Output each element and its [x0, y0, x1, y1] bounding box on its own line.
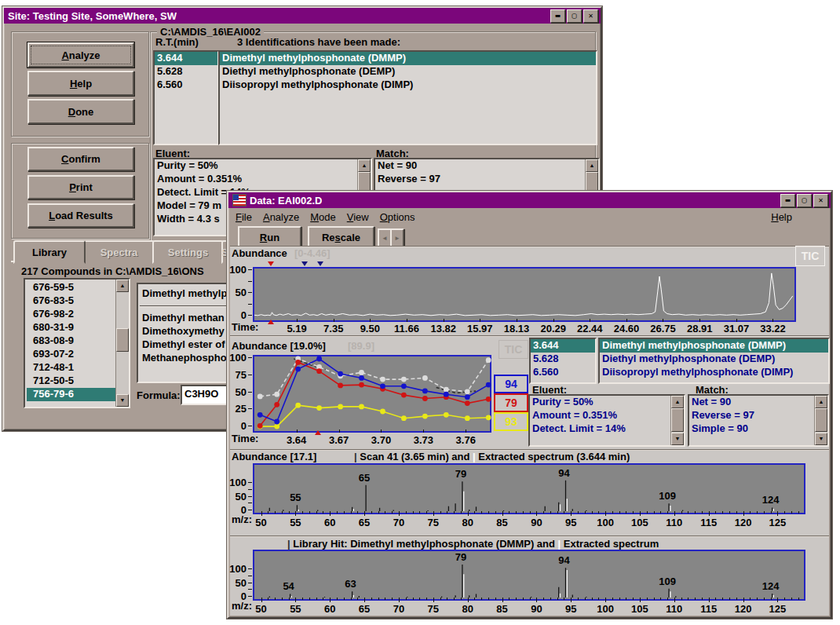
library-spectrum-plot[interactable] — [253, 550, 805, 601]
cas-item[interactable]: 680-31-9 — [27, 321, 115, 334]
identifications-listbox[interactable]: Dimethyl methylphosphonate (DMMP)Diethyl… — [598, 338, 830, 384]
scroll-thumb[interactable] — [815, 408, 827, 432]
mz-tick — [378, 598, 379, 600]
menu-mode[interactable]: Mode — [305, 210, 341, 225]
scroll-down-icon[interactable]: ▼ — [815, 433, 827, 445]
mz-tick — [571, 598, 572, 602]
scan-spectrum-plot[interactable] — [253, 463, 805, 514]
help-button[interactable]: Help — [27, 71, 134, 96]
tab-library[interactable]: Library — [13, 240, 86, 264]
mz-tick-label: 120 — [726, 603, 761, 615]
list-item[interactable]: 3.644 — [531, 339, 595, 353]
list-item[interactable]: Diisopropyl methylphosphonate (DIMP) — [600, 366, 828, 379]
mz-tick — [660, 598, 661, 600]
scroll-up-icon[interactable]: ▲ — [586, 159, 598, 172]
rt-listbox[interactable]: 3.6445.6286.560 — [529, 338, 597, 384]
match-box[interactable]: Net = 90Reverse = 97Simple = 90▲▼ — [688, 394, 829, 447]
maximize-icon[interactable]: ▢ — [567, 9, 582, 23]
amdis-window-icon — [232, 194, 247, 207]
print-button[interactable]: Print — [27, 175, 134, 199]
scroll-up-icon[interactable]: ▲ — [116, 280, 129, 292]
cas-item[interactable]: 676-98-2 — [27, 308, 115, 321]
load-results-button[interactable]: Load Results — [27, 203, 134, 228]
tab-spectra[interactable]: Spectra — [83, 240, 155, 264]
scroll-thumb[interactable] — [116, 328, 129, 352]
mz-tick — [729, 598, 730, 600]
scroll-up-icon[interactable]: ▲ — [358, 159, 371, 172]
list-item[interactable]: 3.644 — [155, 52, 217, 65]
list-item[interactable]: Diethyl methylphosphonate (DEMP) — [600, 353, 828, 366]
right-arrow-button[interactable]: ► — [390, 228, 404, 247]
cas-item[interactable]: 712-48-1 — [27, 361, 115, 375]
rt-listbox[interactable]: 3.6445.6286.560 — [153, 50, 219, 145]
list-item[interactable]: Diethyl methylphosphonate (DEMP) — [220, 65, 596, 79]
tic-badge[interactable]: TIC — [795, 246, 825, 266]
list-item[interactable]: 6.560 — [155, 79, 217, 92]
minimize-icon[interactable]: ▬ — [780, 194, 795, 207]
x-tick-label: 3.67 — [322, 434, 356, 446]
tab-settings[interactable]: Settings — [152, 240, 224, 264]
scrollbar[interactable]: ▲▼ — [814, 396, 827, 445]
library-count-label: 217 Compounds in C:\AMDIS_16\ONS — [21, 265, 204, 277]
component-tic-badge[interactable]: TIC — [499, 340, 528, 359]
site-window-titlebar[interactable]: Site: Testing Site, SomeWhere, SW ▬ ▢ ✕ — [4, 8, 601, 24]
data-window-titlebar[interactable]: Data: EAI002.D ▬ ▢ ✕ — [228, 192, 831, 208]
minimize-icon[interactable]: ▬ — [550, 9, 565, 23]
mz-tick — [729, 511, 730, 514]
mz-tick-label: 110 — [657, 517, 692, 528]
list-item[interactable]: 5.628 — [155, 65, 217, 79]
component-plot[interactable] — [253, 355, 491, 433]
scroll-up-icon[interactable]: ▲ — [671, 396, 684, 408]
mz-tick — [654, 598, 655, 600]
analyze-button[interactable]: Analyze — [27, 42, 134, 68]
mz-tick — [715, 511, 716, 514]
cas-item[interactable]: 712-50-5 — [27, 375, 115, 388]
list-item[interactable]: Diisopropyl methylphosphonate (DIMP) — [220, 79, 596, 92]
y-tick — [248, 426, 252, 426]
menu-file[interactable]: File — [230, 210, 257, 225]
mz-tick — [612, 598, 613, 600]
close-icon[interactable]: ✕ — [813, 194, 828, 207]
rt-header: R.T.(min) — [155, 36, 199, 48]
menu-analyze[interactable]: Analyze — [257, 210, 305, 225]
mz-tick — [516, 511, 517, 514]
scrollbar[interactable]: ▲▼ — [115, 280, 129, 407]
menu-options[interactable]: Options — [374, 210, 421, 225]
tic-plot[interactable] — [253, 267, 796, 322]
x-tick — [297, 319, 298, 322]
list-item[interactable]: Dimethyl methylphosphonate (DMMP) — [220, 52, 596, 65]
cas-item[interactable]: 676-59-5 — [27, 281, 115, 294]
tic-abundance-label: Abundance — [232, 247, 287, 259]
scroll-down-icon[interactable]: ▼ — [116, 394, 129, 407]
scroll-down-icon[interactable]: ▼ — [671, 433, 684, 445]
y-tick — [248, 375, 252, 375]
scroll-up-icon[interactable]: ▲ — [815, 396, 827, 408]
model-ion-79[interactable]: 79 — [494, 393, 528, 412]
scrollbar[interactable]: ▲▼ — [670, 396, 684, 445]
list-item[interactable]: Dimethyl methylphosphonate (DMMP) — [600, 339, 828, 353]
confirm-button[interactable]: Confirm — [27, 147, 134, 171]
list-item[interactable]: 6.560 — [531, 366, 595, 379]
identifications-listbox[interactable]: Dimethyl methylphosphonate (DMMP)Diethyl… — [218, 50, 597, 145]
done-button[interactable]: Done — [27, 99, 134, 124]
mz-tick — [543, 598, 544, 600]
menu-view[interactable]: View — [341, 210, 374, 225]
scroll-thumb[interactable] — [671, 408, 684, 432]
extracted-trace-key: | — [473, 451, 476, 462]
cas-listbox[interactable]: 676-59-5676-83-5676-98-2680-31-9683-08-9… — [24, 278, 130, 408]
mz-tick — [585, 598, 586, 600]
cas-item[interactable]: 693-07-2 — [27, 348, 115, 361]
eluent-box[interactable]: Purity = 50%Amount = 0.351%Detect. Limit… — [528, 394, 685, 447]
mz-tick — [268, 511, 268, 514]
cas-item[interactable]: 683-08-9 — [27, 334, 115, 348]
model-ion-94[interactable]: 94 — [494, 375, 528, 393]
x-tick — [480, 319, 480, 322]
model-ion-93[interactable]: 93 — [494, 412, 528, 431]
close-icon[interactable]: ✕ — [583, 9, 598, 23]
cas-item[interactable]: 676-83-5 — [27, 294, 115, 308]
y-tick — [248, 568, 252, 569]
list-item[interactable]: 5.628 — [531, 353, 595, 366]
maximize-icon[interactable]: ▢ — [797, 194, 812, 207]
menu-help[interactable]: Help — [765, 210, 798, 225]
cas-item[interactable]: 756-79-6 — [27, 388, 115, 401]
